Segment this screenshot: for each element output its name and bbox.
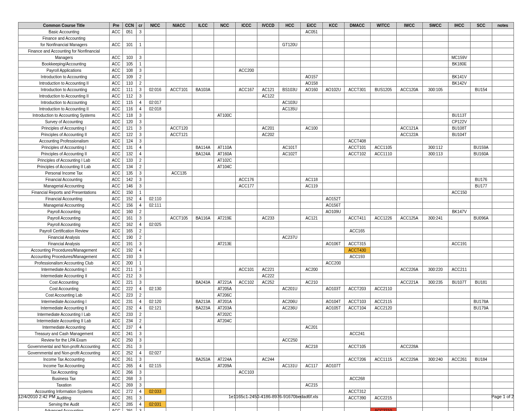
cell: 3 [137, 382, 144, 389]
cell [192, 119, 214, 125]
cell [236, 382, 257, 389]
cell [470, 61, 492, 67]
col-header: NCC [214, 22, 236, 29]
cell [257, 311, 279, 318]
cell: 300:105 [422, 87, 448, 93]
cell [236, 299, 257, 305]
cell [470, 228, 492, 234]
cell [492, 144, 514, 151]
cell [144, 144, 166, 151]
cell [422, 157, 448, 164]
cell [257, 305, 279, 311]
cell: AC206U [279, 299, 301, 305]
cell [192, 408, 214, 411]
table-row: Payroll AccountingACC1602AO109UBK147V [18, 209, 514, 215]
cell [257, 67, 279, 74]
cell [322, 125, 344, 132]
cell [422, 363, 448, 369]
cell [257, 80, 279, 87]
cell: 212 [122, 273, 137, 279]
cell [396, 241, 422, 247]
cell: 02:121 [144, 305, 166, 311]
cell [448, 311, 470, 318]
cell [192, 138, 214, 144]
cell [144, 67, 166, 74]
cell: ACC [110, 157, 122, 164]
cell [448, 177, 470, 183]
cell [344, 106, 370, 112]
cell [144, 157, 166, 164]
cell [492, 48, 514, 55]
cell [370, 241, 396, 247]
cell: 4 [137, 106, 144, 112]
cell [448, 151, 470, 157]
cell [192, 67, 214, 74]
cell [166, 344, 192, 350]
cell: 105 [122, 61, 137, 67]
cell: ACC2210 [370, 408, 396, 411]
cell [279, 177, 301, 183]
cell: ACCT411 [344, 215, 370, 222]
cell [448, 382, 470, 389]
cell [257, 337, 279, 344]
col-header: HCC [279, 22, 301, 29]
cell [322, 144, 344, 151]
cell [470, 74, 492, 80]
cell [322, 183, 344, 189]
cell [236, 132, 257, 138]
cell: 3 [137, 215, 144, 222]
cell [470, 369, 492, 376]
cell [492, 222, 514, 228]
cell: BK180E [448, 61, 470, 67]
cell [396, 119, 422, 125]
table-row: for Nonfinancial ManagersACC1011GT120U [18, 42, 514, 48]
table-row: Introduction to Accounting SystemsACC118… [18, 112, 514, 119]
cell [192, 228, 214, 234]
cell: ACC [110, 67, 122, 74]
cell: BU181 [470, 279, 492, 286]
cell: Income Tax Accounting [18, 356, 110, 363]
cell [344, 119, 370, 125]
cell [370, 125, 396, 132]
cell: 02:120 [144, 299, 166, 305]
cell [279, 311, 301, 318]
cell [144, 318, 166, 324]
cell [257, 151, 279, 157]
cell: 222 [122, 286, 137, 292]
cell [370, 42, 396, 48]
cell [166, 376, 192, 382]
cell: 02:130 [144, 286, 166, 292]
cell [448, 67, 470, 74]
table-row: Review for the LPA ExamACC2503ACC250 [18, 337, 514, 344]
cell [279, 228, 301, 234]
cell [422, 369, 448, 376]
table-row: Introduction to Accounting IIACC1102AO15… [18, 80, 514, 87]
cell [470, 311, 492, 318]
cell: Payroll Accounting [18, 222, 110, 228]
cell [322, 401, 344, 408]
cell [279, 74, 301, 80]
cell [236, 286, 257, 292]
cell [322, 376, 344, 382]
cell [344, 170, 370, 177]
cell: Principles of Accounting II [18, 132, 110, 138]
table-row: Intermediate Accounting IACC2113ACC101AC… [18, 267, 514, 273]
cell: Principles of Accounting I Lab [18, 157, 110, 164]
cell: BA243A [192, 279, 214, 286]
cell [448, 42, 470, 48]
cell [301, 67, 322, 74]
cell: MC159V [448, 55, 470, 61]
cell: BU178A [470, 299, 492, 305]
cell [396, 35, 422, 42]
cell: 300:235 [422, 279, 448, 286]
cell [322, 164, 344, 170]
cell [214, 132, 236, 138]
cell [214, 189, 236, 196]
cell: Introduction to Accounting [18, 100, 110, 106]
cell: ACC150 [448, 189, 470, 196]
col-header: KCC [322, 22, 344, 29]
cell: 2 [137, 234, 144, 241]
cell [422, 48, 448, 55]
cell [214, 344, 236, 350]
cell [322, 267, 344, 273]
